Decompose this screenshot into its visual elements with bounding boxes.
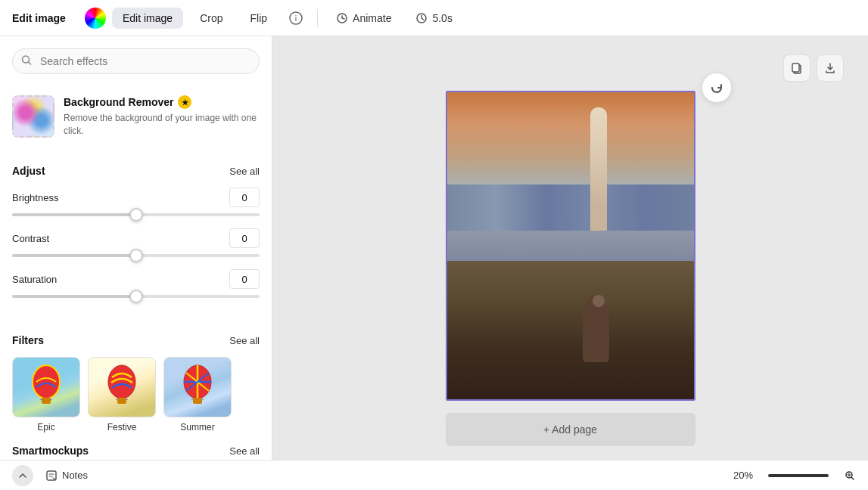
city-layer: [447, 185, 694, 231]
filter-thumb-epic: [12, 357, 80, 417]
feature-desc: Remove the background of your image with…: [64, 112, 260, 138]
brightness-label: Brightness: [12, 192, 58, 203]
svg-rect-15: [193, 398, 202, 404]
feature-info: Background Remover ★ Remove the backgrou…: [64, 95, 260, 138]
contrast-row: Contrast 0: [12, 228, 260, 257]
contrast-label: Contrast: [12, 233, 49, 244]
brightness-value[interactable]: 0: [229, 188, 260, 207]
filters-section: Filters See all: [0, 322, 272, 445]
brightness-row: Brightness 0: [12, 188, 260, 216]
smartmockups-see-all[interactable]: See all: [229, 445, 260, 457]
flip-button[interactable]: Flip: [240, 8, 278, 29]
smartmockups-header: Smartmockups See all: [0, 445, 272, 460]
panel-title: Edit image: [12, 12, 73, 24]
feature-thumb: [12, 95, 54, 138]
notes-button[interactable]: Notes: [45, 470, 88, 482]
tower: [590, 107, 607, 230]
canvas-container: [446, 73, 695, 401]
zoom-slider[interactable]: [768, 474, 829, 477]
search-input[interactable]: [12, 48, 260, 74]
brightness-fill: [12, 213, 136, 216]
image-canvas[interactable]: [446, 91, 695, 401]
brightness-thumb[interactable]: [129, 208, 143, 222]
main-content: Background Remover ★ Remove the backgrou…: [0, 36, 868, 460]
smartmockups-title: Smartmockups: [12, 445, 89, 457]
feature-title: Background Remover ★: [64, 95, 260, 109]
copy-button[interactable]: [783, 54, 810, 82]
feature-title-text: Background Remover: [64, 96, 173, 108]
svg-rect-19: [792, 64, 799, 72]
svg-rect-11: [117, 398, 126, 404]
notes-icon: [45, 470, 58, 482]
clock-icon: [415, 12, 428, 24]
copy-icon: [791, 62, 803, 74]
filters-row: Epic Fest: [12, 357, 260, 433]
adjust-see-all[interactable]: See all: [229, 166, 260, 177]
ground-layer: [447, 261, 694, 399]
info-icon: i: [289, 11, 303, 25]
filters-header: Filters See all: [12, 334, 260, 346]
balloon-summer-icon: [175, 361, 220, 410]
saturation-label: Saturation: [12, 274, 57, 285]
export-icon: [824, 62, 836, 74]
background-remover-card[interactable]: Background Remover ★ Remove the backgrou…: [0, 86, 272, 147]
animate-label: Animate: [353, 12, 391, 24]
chevron-up-icon: [17, 470, 28, 481]
panel-up-button[interactable]: [12, 465, 33, 486]
export-button[interactable]: [817, 54, 844, 82]
toolbar: Edit image Edit image Crop Flip i Animat…: [0, 0, 868, 36]
zoom-icon: [844, 470, 856, 482]
adjust-section: Adjust See all Brightness 0 Contrast 0: [0, 153, 272, 322]
brightness-label-row: Brightness 0: [12, 188, 260, 207]
contrast-track[interactable]: [12, 254, 260, 257]
svg-text:i: i: [295, 14, 297, 23]
thumb-inner: [12, 95, 54, 138]
image-content: [447, 92, 694, 399]
edit-image-button[interactable]: Edit image: [112, 8, 183, 29]
filter-thumb-summer: [163, 357, 232, 417]
search-icon: [21, 55, 32, 68]
color-logo: [85, 8, 106, 29]
contrast-fill: [12, 254, 136, 257]
filter-festive-label: Festive: [107, 422, 137, 433]
saturation-thumb[interactable]: [129, 290, 143, 303]
filter-epic-label: Epic: [37, 422, 54, 433]
balloon-epic-icon: [23, 361, 69, 410]
filter-summer-label: Summer: [180, 422, 214, 433]
contrast-label-row: Contrast 0: [12, 228, 260, 248]
adjust-title: Adjust: [12, 165, 45, 177]
saturation-value[interactable]: 0: [229, 269, 260, 289]
adjust-header: Adjust See all: [12, 165, 260, 177]
notes-label: Notes: [62, 470, 88, 481]
canvas-controls: [783, 54, 844, 82]
animate-button[interactable]: Animate: [327, 8, 400, 29]
filter-epic[interactable]: Epic: [12, 357, 80, 433]
filter-festive[interactable]: Festive: [88, 357, 156, 433]
balloon-festive-icon: [99, 361, 145, 410]
animate-icon: [336, 12, 348, 24]
left-panel: Background Remover ★ Remove the backgrou…: [0, 36, 272, 460]
saturation-label-row: Saturation 0: [12, 269, 260, 289]
saturation-fill: [12, 295, 136, 298]
svg-rect-7: [42, 398, 51, 404]
add-page-button[interactable]: + Add page: [446, 413, 695, 446]
filter-summer[interactable]: Summer: [163, 357, 232, 433]
brightness-track[interactable]: [12, 213, 260, 216]
filters-see-all[interactable]: See all: [229, 335, 260, 346]
canvas-area: + Add page: [272, 36, 868, 460]
contrast-value[interactable]: 0: [229, 228, 260, 248]
person-head: [593, 295, 605, 307]
sky-layer: [447, 92, 694, 200]
info-button[interactable]: i: [284, 6, 308, 30]
refresh-icon: [709, 80, 724, 95]
saturation-row: Saturation 0: [12, 269, 260, 298]
crop-button[interactable]: Crop: [189, 8, 233, 29]
duration-button[interactable]: 5.0s: [406, 8, 461, 29]
separator: [317, 9, 318, 27]
contrast-thumb[interactable]: [129, 249, 143, 262]
bottom-bar: Notes 20%: [0, 460, 868, 490]
search-bar: [12, 48, 260, 74]
zoom-label: 20%: [733, 470, 753, 481]
saturation-track[interactable]: [12, 295, 260, 298]
refresh-button[interactable]: [702, 73, 732, 103]
